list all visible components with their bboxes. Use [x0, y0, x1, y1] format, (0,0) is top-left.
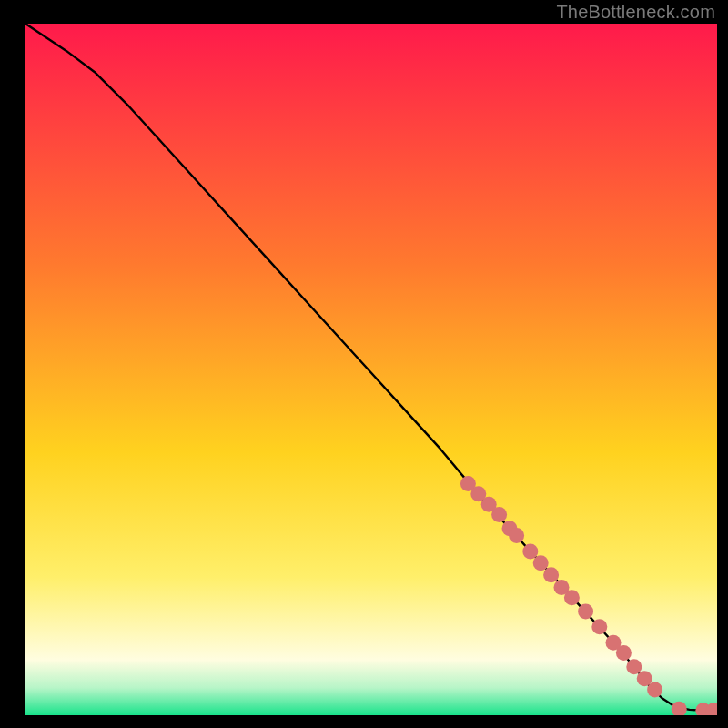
attribution-label: TheBottleneck.com [556, 2, 715, 23]
plot-area [25, 24, 717, 715]
marker-point [592, 619, 607, 634]
marker-point [533, 555, 549, 571]
marker-point [647, 682, 662, 697]
marker-point [509, 528, 524, 543]
gradient-background [25, 24, 717, 715]
marker-point [491, 507, 507, 522]
marker-point [578, 604, 593, 620]
marker-point [626, 659, 642, 674]
marker-point [616, 645, 632, 661]
marker-point [564, 590, 580, 605]
chart-frame: TheBottleneck.com [0, 0, 728, 728]
marker-point [543, 567, 559, 582]
marker-point [522, 543, 538, 559]
